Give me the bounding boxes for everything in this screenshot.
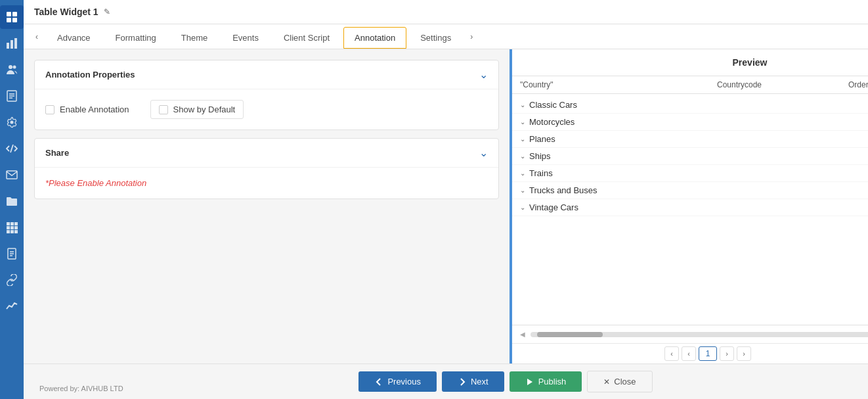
tab-client-script[interactable]: Client Script — [272, 27, 341, 49]
page-first-btn[interactable]: ‹ — [664, 346, 679, 361]
page-prev-btn[interactable]: ‹ — [682, 346, 696, 361]
share-section-body: *Please Enable Annotation — [35, 168, 498, 199]
row-chevron-6[interactable]: ⌄ — [520, 187, 525, 194]
svg-rect-1 — [12, 12, 17, 16]
tab-nav-right[interactable]: › — [464, 25, 479, 49]
sidebar-item-link[interactable] — [0, 268, 24, 292]
row-label-3: Planes — [529, 134, 555, 144]
enable-annotation-checkbox[interactable] — [45, 105, 54, 114]
share-collapse-icon[interactable]: ⌄ — [479, 147, 488, 159]
sidebar — [0, 0, 24, 399]
show-by-default-label: Show by Default — [173, 105, 236, 114]
preview-panel: Preview "Country" Countrycode OrderDate … — [512, 49, 868, 364]
sidebar-item-mail[interactable] — [0, 163, 24, 187]
scrollbar-thumb[interactable] — [537, 332, 603, 337]
sidebar-item-chart[interactable] — [0, 32, 24, 55]
page-last-btn[interactable]: › — [737, 346, 751, 361]
svg-rect-21 — [14, 226, 18, 229]
table-row[interactable]: ⌄ Classic Cars — [512, 97, 868, 114]
tab-annotation[interactable]: Annotation — [343, 27, 406, 49]
tab-settings[interactable]: Settings — [409, 27, 462, 49]
preview-column-headers: "Country" Countrycode OrderDate — [512, 76, 868, 94]
table-row[interactable]: ⌄ Motorcycles — [512, 114, 868, 131]
publish-button[interactable]: Publish — [510, 371, 582, 392]
svg-rect-5 — [11, 40, 13, 49]
table-row[interactable]: ⌄ Ships — [512, 148, 868, 165]
svg-rect-6 — [14, 38, 17, 49]
tab-advance[interactable]: Advance — [46, 27, 102, 49]
edit-title-icon[interactable]: ✎ — [104, 7, 110, 16]
row-label-1: Classic Cars — [529, 100, 577, 110]
sidebar-item-users[interactable] — [0, 58, 24, 82]
svg-rect-24 — [14, 230, 18, 233]
sidebar-item-grid2[interactable] — [0, 216, 24, 239]
row-chevron-1[interactable]: ⌄ — [520, 101, 525, 108]
tab-nav-left[interactable]: ‹ — [29, 25, 45, 49]
sidebar-item-settings[interactable] — [0, 110, 24, 134]
svg-rect-2 — [7, 18, 11, 22]
svg-rect-19 — [7, 226, 10, 229]
table-row[interactable]: ⌄ Vintage Cars — [512, 199, 868, 216]
row-label-4: Ships — [529, 151, 551, 161]
sidebar-item-analytics[interactable] — [0, 294, 24, 318]
tab-events[interactable]: Events — [221, 27, 270, 49]
pagination-bar: ‹ ‹ 1 › › 1 of 1 pages (7 items) — [512, 343, 868, 364]
show-by-default-checkbox[interactable] — [159, 105, 168, 114]
svg-rect-17 — [11, 222, 14, 225]
share-section: Share ⌄ *Please Enable Annotation — [34, 138, 499, 199]
svg-rect-18 — [14, 222, 18, 225]
next-label: Next — [471, 377, 488, 387]
sidebar-item-report[interactable] — [0, 84, 24, 108]
svg-point-7 — [9, 65, 12, 69]
close-x-icon: ✕ — [603, 377, 610, 387]
close-button[interactable]: ✕ Close — [587, 371, 652, 392]
scroll-left-icon[interactable]: ◀ — [520, 331, 525, 338]
tab-formatting[interactable]: Formatting — [104, 27, 167, 49]
share-error-message: *Please Enable Annotation — [45, 178, 146, 188]
share-section-header: Share ⌄ — [35, 139, 498, 168]
row-chevron-7[interactable]: ⌄ — [520, 204, 525, 211]
table-row[interactable]: ⌄ Planes — [512, 131, 868, 148]
annotation-section-title: Annotation Properties — [45, 70, 479, 80]
table-row[interactable]: ⌄ Trucks and Buses — [512, 182, 868, 199]
powered-by: Powered by: AIVHUB LTD — [39, 385, 123, 392]
previous-button[interactable]: Previous — [358, 371, 437, 392]
sidebar-item-folder[interactable] — [0, 189, 24, 213]
annotation-properties-section: Annotation Properties ⌄ Enable Annotatio… — [34, 60, 499, 130]
current-page-number[interactable]: 1 — [699, 346, 717, 361]
publish-label: Publish — [538, 377, 567, 387]
page-title: Table Widget 1 — [34, 7, 98, 17]
row-chevron-2[interactable]: ⌄ — [520, 118, 525, 126]
col-header-orderdate: OrderDate — [840, 76, 868, 93]
enable-annotation-label: Enable Annotation — [60, 105, 129, 114]
row-chevron-5[interactable]: ⌄ — [520, 170, 525, 177]
left-panel: Annotation Properties ⌄ Enable Annotatio… — [24, 49, 510, 364]
row-chevron-3[interactable]: ⌄ — [520, 135, 525, 143]
page-next-btn[interactable]: › — [720, 346, 734, 361]
next-button[interactable]: Next — [442, 371, 504, 392]
svg-rect-22 — [7, 230, 10, 233]
footer: Previous Next Publish ✕ Close — [24, 364, 868, 399]
tabs-bar: ‹ Advance Formatting Theme Events Client… — [24, 24, 868, 49]
row-label-2: Motorcycles — [529, 117, 575, 127]
previous-label: Previous — [387, 377, 421, 387]
svg-rect-4 — [7, 43, 9, 49]
preview-rows: ⌄ Classic Cars ⌄ Motorcycles ⌄ Planes ⌄ … — [512, 94, 868, 219]
svg-point-8 — [13, 66, 16, 69]
sidebar-item-grid[interactable] — [0, 5, 24, 29]
row-chevron-4[interactable]: ⌄ — [520, 153, 525, 160]
annotation-section-body: Enable Annotation Show by Default — [35, 89, 498, 129]
svg-point-13 — [11, 121, 14, 124]
title-bar: Table Widget 1 ✎ ? ✕ — [24, 0, 868, 24]
svg-rect-3 — [12, 18, 17, 22]
sidebar-item-doc[interactable] — [0, 242, 24, 266]
show-by-default-group[interactable]: Show by Default — [150, 100, 244, 119]
sidebar-item-code[interactable] — [0, 137, 24, 160]
annotation-collapse-icon[interactable]: ⌄ — [479, 68, 488, 81]
horizontal-scrollbar[interactable]: ◀ ▶ — [512, 325, 868, 343]
col-header-countrycode: Countrycode — [709, 76, 840, 93]
tab-theme[interactable]: Theme — [170, 27, 219, 49]
table-row[interactable]: ⌄ Trains — [512, 165, 868, 182]
share-section-title: Share — [45, 148, 479, 158]
enable-annotation-group: Enable Annotation — [45, 105, 129, 114]
